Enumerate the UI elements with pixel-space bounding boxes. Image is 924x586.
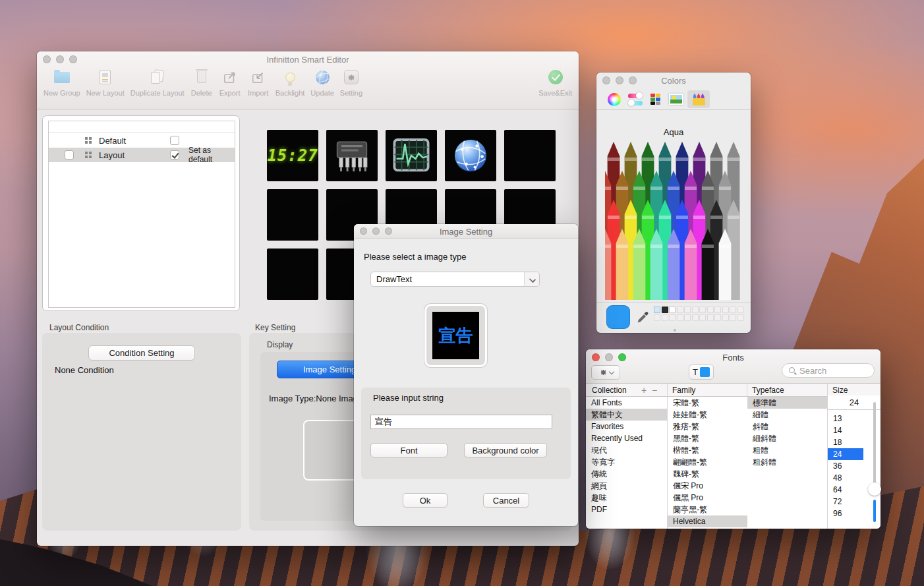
- typeface-item[interactable]: 粗體: [747, 444, 827, 456]
- swatch-cell[interactable]: [654, 307, 660, 313]
- swatch-cell[interactable]: [714, 307, 721, 313]
- layout-row-layout[interactable]: Layout Set as default: [49, 148, 235, 162]
- crayons-tab[interactable]: [687, 90, 710, 108]
- swatch-cell[interactable]: [684, 307, 691, 313]
- color-sliders-tab[interactable]: [625, 90, 645, 108]
- cancel-button[interactable]: Cancel: [483, 493, 529, 508]
- swatch-cell[interactable]: [722, 307, 729, 313]
- text-color-button[interactable]: T: [689, 365, 714, 380]
- new-group-button[interactable]: New Group: [43, 67, 80, 97]
- typeface-item[interactable]: 細體: [747, 409, 827, 421]
- collection-item[interactable]: 傳統: [586, 468, 667, 480]
- family-item[interactable]: 娃娃體-繁: [668, 409, 747, 421]
- family-item[interactable]: 雅痞-繁: [668, 421, 747, 432]
- swatch-cell[interactable]: [677, 307, 683, 313]
- size-item[interactable]: 14: [828, 425, 863, 436]
- collection-item[interactable]: PDF: [586, 504, 667, 515]
- family-item[interactable]: 楷體-繁: [668, 444, 747, 456]
- collection-item[interactable]: Recently Used: [586, 432, 667, 444]
- swatch-cell[interactable]: [684, 314, 691, 321]
- size-item[interactable]: 18: [828, 436, 863, 448]
- setting-button[interactable]: Setting: [340, 67, 362, 97]
- duplicate-layout-button[interactable]: Duplicate Layout: [130, 67, 185, 97]
- set-as-default-checkbox[interactable]: [170, 150, 179, 160]
- size-item[interactable]: 96: [828, 508, 863, 519]
- family-item[interactable]: 儷黑 Pro: [668, 492, 747, 504]
- swatch-cell[interactable]: [714, 314, 721, 321]
- remove-collection-button[interactable]: −: [652, 385, 657, 396]
- color-palette-tab[interactable]: [647, 90, 666, 108]
- font-button[interactable]: Font: [370, 443, 448, 457]
- condition-setting-button[interactable]: Condition Setting: [88, 345, 195, 361]
- typeface-item[interactable]: 粗斜體: [747, 456, 827, 468]
- collection-item[interactable]: 網頁: [586, 480, 667, 492]
- typeface-item[interactable]: 細斜體: [747, 432, 827, 444]
- string-input[interactable]: [370, 415, 552, 429]
- collection-item[interactable]: All Fonts: [586, 397, 667, 409]
- family-item[interactable]: 黑體-繁: [668, 432, 747, 444]
- key-tile-blank[interactable]: [267, 189, 318, 241]
- fonts-action-menu[interactable]: [591, 365, 620, 380]
- row-select-checkbox[interactable]: [65, 150, 74, 160]
- typeface-item-selected[interactable]: 標準體: [747, 397, 827, 409]
- slider-knob[interactable]: [868, 483, 881, 496]
- size-item[interactable]: 13: [828, 413, 863, 425]
- typeface-item[interactable]: 斜體: [747, 421, 827, 432]
- size-item[interactable]: 48: [828, 472, 863, 484]
- key-tile-blank[interactable]: [504, 130, 556, 181]
- image-type-dropdown[interactable]: DrawText: [370, 272, 540, 287]
- add-collection-button[interactable]: +: [641, 385, 647, 396]
- background-color-button[interactable]: Background color: [464, 443, 547, 457]
- swatch-cell[interactable]: [692, 307, 699, 313]
- swatch-cell[interactable]: [730, 307, 736, 313]
- new-layout-button[interactable]: New Layout: [86, 67, 125, 97]
- collection-item[interactable]: 趣味: [586, 492, 667, 504]
- swatch-cell[interactable]: [699, 307, 706, 313]
- swatch-cell[interactable]: [730, 314, 736, 321]
- size-slider[interactable]: [868, 402, 881, 522]
- import-button[interactable]: Import: [247, 67, 270, 97]
- backlight-button[interactable]: Backlight: [275, 67, 305, 97]
- collection-item[interactable]: Favorites: [586, 421, 667, 432]
- swatch-cell[interactable]: [692, 314, 699, 321]
- collection-item-selected[interactable]: 繁體中文: [586, 409, 667, 421]
- swatch-cell[interactable]: [699, 314, 706, 321]
- swatch-cell[interactable]: [722, 314, 729, 321]
- swatch-cell[interactable]: [707, 314, 714, 321]
- eyedropper-icon[interactable]: [636, 310, 650, 324]
- swatch-cell[interactable]: [677, 314, 683, 321]
- key-tile-chip[interactable]: [326, 130, 378, 181]
- font-search-field[interactable]: [782, 363, 875, 378]
- drag-handle[interactable]: [674, 329, 676, 332]
- collection-item[interactable]: 等寬字: [586, 456, 667, 468]
- swatch-cell[interactable]: [662, 307, 668, 313]
- swatch-cell[interactable]: [737, 307, 744, 313]
- delete-button[interactable]: Delete: [190, 67, 213, 97]
- family-item[interactable]: 魏碑-繁: [668, 468, 747, 480]
- family-item[interactable]: 蘭亭黑-繁: [668, 504, 747, 515]
- image-palette-tab[interactable]: [666, 90, 686, 108]
- swatch-cell[interactable]: [662, 314, 668, 321]
- save-exit-button[interactable]: Save&Exit: [538, 67, 572, 97]
- size-item[interactable]: 64: [828, 484, 863, 496]
- size-item-selected[interactable]: 24: [828, 448, 863, 460]
- family-item[interactable]: 翩翩體-繁: [668, 456, 747, 468]
- key-tile-monitor[interactable]: [386, 130, 437, 181]
- key-tile-clock[interactable]: 15:27: [267, 130, 318, 181]
- collection-item[interactable]: 現代: [586, 444, 667, 456]
- key-tile-blank[interactable]: [267, 249, 318, 300]
- family-item[interactable]: 宋體-繁: [668, 397, 747, 409]
- swatch-cell[interactable]: [669, 314, 676, 321]
- export-button[interactable]: Export: [219, 67, 241, 97]
- swatch-cell[interactable]: [707, 307, 714, 313]
- current-color-swatch[interactable]: [606, 305, 630, 329]
- swatch-cell[interactable]: [737, 314, 744, 321]
- update-button[interactable]: Update: [310, 67, 333, 97]
- family-item[interactable]: 儷宋 Pro: [668, 480, 747, 492]
- default-checkbox[interactable]: [170, 136, 179, 145]
- key-tile-globe[interactable]: [445, 130, 496, 181]
- family-item-selected[interactable]: Helvetica: [668, 515, 747, 527]
- swatch-cell[interactable]: [669, 307, 676, 313]
- swatch-cell[interactable]: [654, 314, 660, 321]
- size-item[interactable]: 36: [828, 460, 863, 472]
